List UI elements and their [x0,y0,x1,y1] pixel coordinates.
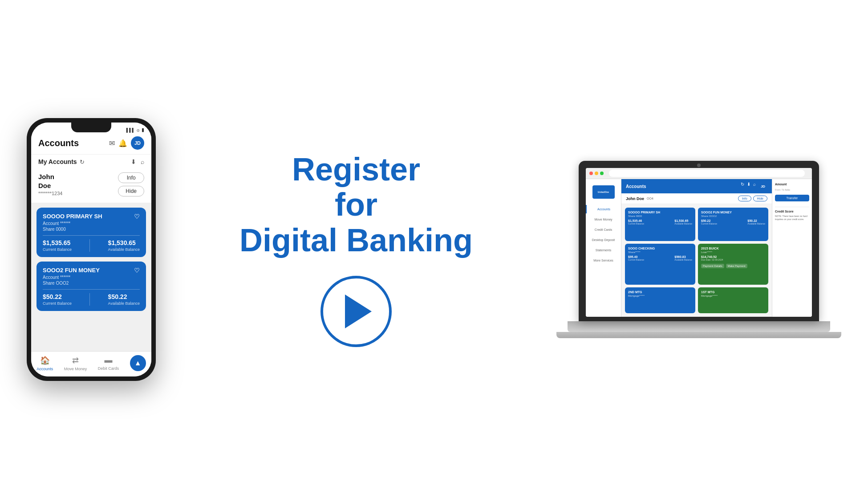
lap-card-fun-money[interactable]: SOOO2 FUN MONEY Share OOO2 $50.22Current… [698,208,768,241]
sidebar-item-statements[interactable]: Statements [586,246,621,254]
laptop-hide-btn[interactable]: Hide [753,196,767,201]
transfer-button[interactable]: Transfer [775,195,809,201]
lap-card-checking[interactable]: SOOO CHECKING Share***** $95.40Current B… [625,244,695,284]
laptop-screen-outer: UnitedOne Accounts Move Money Credit Car… [579,161,819,321]
signal-icon: ▌▌▌ [126,128,135,132]
sidebar-item-move-money[interactable]: Move Money [586,215,621,224]
phone-bottom-nav: 🏠 Accounts ⇄ Move Money ▬ Debit Cards ▲ [31,351,151,376]
headline-line2: for [239,187,473,222]
card-share-primary: Share 0000 [43,227,140,232]
lap-balances-primary: $1,535.46Current Balance $1,530.65Availa… [628,219,692,225]
phone-frame: ▌▌▌ ⌾ ▮ Accounts ✉ 🔔 JD My Accounts ↻ [27,118,156,381]
laptop-user-avatar[interactable]: JD [758,182,767,191]
nav-debit-cards-label: Debit Cards [98,366,119,371]
phone-screen: ▌▌▌ ⌾ ▮ Accounts ✉ 🔔 JD My Accounts ↻ [31,123,151,376]
phone-header: Accounts ✉ 🔔 JD [31,133,151,155]
unitedone-logo: UnitedOne [592,185,615,199]
card-title-primary: SOOOO PRIMARY SH ♡ [43,213,140,220]
laptop-main: Accounts ↻ ⬇ ⌕ JD John Doe OO4 [621,179,772,317]
sidebar-item-more[interactable]: More Services [586,256,621,265]
laptop-main-header: Accounts ↻ ⬇ ⌕ JD [621,179,772,193]
nav-accounts[interactable]: 🏠 Accounts [37,356,53,371]
sidebar-item-accounts[interactable]: Accounts [586,205,621,213]
amount-field: From / To fields [775,188,809,191]
user-name-line1: John [38,172,62,181]
laptop-info-btn[interactable]: Info [738,196,751,201]
wifi-icon: ⌾ [137,127,140,133]
lap-card-1st-mtg[interactable]: 1ST MTG Mortgage***** [698,287,768,313]
right-panel-title: Amount [775,183,809,186]
user-avatar[interactable]: JD [131,136,144,150]
email-icon[interactable]: ✉ [109,139,115,147]
laptop-refresh-icon[interactable]: ↻ [741,182,744,191]
headline: Register for Digital Banking [239,152,473,258]
laptop-base [568,321,830,332]
available-balance-primary: $1,530.65 Available Balance [108,239,140,252]
make-payment-btn[interactable]: Make Payment [726,264,747,268]
favorite-icon-primary[interactable]: ♡ [134,213,140,220]
battery-icon: ▮ [142,127,144,133]
nav-move-money-label: Move Money [64,367,87,371]
phone-mockup: ▌▌▌ ⌾ ▮ Accounts ✉ 🔔 JD My Accounts ↻ [27,118,156,381]
account-card-primary[interactable]: SOOOO PRIMARY SH ♡ Account ****** Share … [37,208,146,257]
play-triangle-icon [345,294,372,328]
laptop-camera [697,164,701,167]
card-balances-fun: $50.22 Current Balance $50.22 Available … [43,289,140,306]
accounts-nav-icon: 🏠 [40,356,50,365]
card-account-primary: Account ****** [43,221,140,226]
nav-debit-cards[interactable]: ▬ Debit Cards [98,356,119,371]
play-button[interactable] [320,276,392,347]
info-hide-buttons: Info Hide [118,172,144,196]
nav-up-button[interactable]: ▲ [130,355,146,371]
info-button[interactable]: Info [118,172,144,183]
browser-maximize-btn[interactable] [600,172,604,175]
bell-icon[interactable]: 🔔 [118,139,127,147]
lap-card-2nd-mtg[interactable]: 2ND MTG Mortgage***** [625,287,695,313]
refresh-icon[interactable]: ↻ [80,159,85,165]
payment-details-btn[interactable]: Payment Details [701,264,724,268]
laptop-screen-inner: UnitedOne Accounts Move Money Credit Car… [586,168,812,317]
credit-score-note: NOTE: There have been no hard inquiries … [775,215,809,221]
move-money-icon: ⇄ [72,356,79,365]
hide-button[interactable]: Hide [118,186,144,196]
headline-line1: Register [239,152,473,187]
browser-minimize-btn[interactable] [595,172,598,175]
my-accounts-label: My Accounts [38,158,77,165]
headline-line3: Digital Banking [239,223,473,258]
card-share-fun: Share OOO2 [43,281,140,286]
laptop-action-btns: Info Hide [738,196,767,201]
laptop-header-icons: ↻ ⬇ ⌕ JD [741,182,767,191]
account-card-fun-money[interactable]: SOOO2 FUN MONEY ♡ Account ****** Share O… [37,262,146,311]
favorite-icon-fun[interactable]: ♡ [134,267,140,274]
lap-balances-checking: $95.40Current Balance $560.83Available B… [628,255,692,261]
laptop-mockup: UnitedOne Accounts Move Money Credit Car… [556,161,841,338]
laptop-user-bar: John Doe OO4 Info Hide [621,193,772,204]
laptop-accounts-grid: SOOOO PRIMARY SH Share 0000 $1,535.46Cur… [621,204,772,317]
available-balance-fun: $50.22 Available Balance [108,293,140,306]
laptop-content: UnitedOne Accounts Move Money Credit Car… [586,179,812,317]
lap-card-primary[interactable]: SOOOO PRIMARY SH Share 0000 $1,535.46Cur… [625,208,695,241]
laptop-wrapper: UnitedOne Accounts Move Money Credit Car… [556,161,841,338]
current-balance-primary: $1,535.65 Current Balance [43,239,72,252]
phone-notch [71,123,111,132]
laptop-download-icon[interactable]: ⬇ [747,182,750,191]
laptop-user-name: John Doe [626,196,644,201]
download-icon[interactable]: ⬇ [131,158,136,165]
laptop-foot [556,332,841,338]
lap-card-auto[interactable]: 2015 BUICK Loan***** $14,740.52 Due Date… [698,244,768,284]
phone-title: Accounts [38,138,79,148]
sidebar-item-credit-cards[interactable]: Credit Cards [586,225,621,234]
card-balances-primary: $1,535.65 Current Balance $1,530.65 Avai… [43,235,140,252]
card-title-fun: SOOO2 FUN MONEY ♡ [43,267,140,274]
laptop-search-icon[interactable]: ⌕ [753,182,756,191]
lap-balances-fun: $50.22Current Balance $50.22Available Ba… [701,219,765,225]
laptop-logo: UnitedOne [586,183,621,201]
nav-move-money[interactable]: ⇄ Move Money [64,356,87,371]
browser-close-btn[interactable] [589,172,593,175]
browser-address-bar[interactable] [609,170,805,177]
sidebar-item-deposit[interactable]: Desktop Deposit [586,236,621,244]
laptop-sidebar: UnitedOne Accounts Move Money Credit Car… [586,179,621,317]
search-icon[interactable]: ⌕ [141,158,144,165]
phone-accounts-scroll: SOOOO PRIMARY SH ♡ Account ****** Share … [31,203,151,351]
my-accounts-icons: ⬇ ⌕ [131,158,144,165]
